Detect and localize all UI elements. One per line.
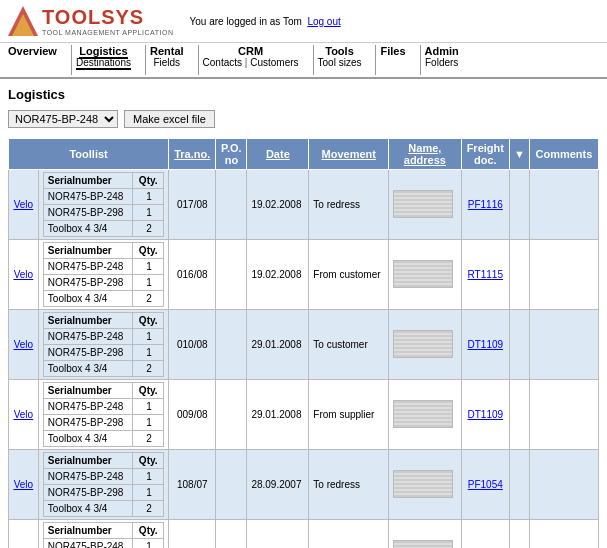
col-po-no: P.O.no xyxy=(216,139,247,170)
date: 28.09.2007 xyxy=(247,450,309,520)
address-blurred xyxy=(393,400,453,428)
velo-link[interactable]: Velo xyxy=(9,450,39,520)
logistics-table: Toollist Tra.no. P.O.no Date Movement Na… xyxy=(8,138,599,548)
table-body: VeloSerialnumberQty.NOR475-BP-2481NOR475… xyxy=(9,170,599,549)
nav-rental[interactable]: Rental Fields xyxy=(150,45,184,68)
freight-doc[interactable]: RT1049 xyxy=(461,520,510,549)
velo-link[interactable]: Velo xyxy=(9,380,39,450)
tra-no: 016/08 xyxy=(169,240,216,310)
address-blurred xyxy=(393,190,453,218)
col-toollist: Toollist xyxy=(9,139,169,170)
excel-button[interactable]: Make excel file xyxy=(124,110,215,128)
user-info: You are logged in as Tom Log out xyxy=(190,16,341,27)
row-indicator xyxy=(510,380,530,450)
nav-separator-6 xyxy=(420,45,421,75)
toollist-cell: SerialnumberQty.NOR475-BP-2481NOR475-BP-… xyxy=(38,310,168,380)
table-row: VeloSerialnumberQty.NOR475-BP-2481NOR475… xyxy=(9,240,599,310)
movement: From customer xyxy=(309,520,389,549)
po-no xyxy=(216,380,247,450)
nav-separator-1 xyxy=(71,45,72,75)
nav-crm[interactable]: CRM Contacts | Customers xyxy=(203,45,299,68)
col-name-address: Name,address xyxy=(389,139,461,170)
table-row: VeloSerialnumberQty.NOR475-BP-2481NOR475… xyxy=(9,450,599,520)
nav-admin-sub: Folders xyxy=(425,57,459,68)
freight-doc[interactable]: DT1109 xyxy=(461,310,510,380)
comments xyxy=(529,170,598,240)
movement: To customer xyxy=(309,310,389,380)
toolbar: NOR475-BP-248 Make excel file xyxy=(8,110,599,128)
header: TOOLSYS TOOL MANAGEMENT APPLICATION You … xyxy=(0,0,607,43)
name-address xyxy=(389,520,461,549)
address-blurred xyxy=(393,330,453,358)
velo-link[interactable]: Velo xyxy=(9,240,39,310)
freight-doc[interactable]: DT1109 xyxy=(461,380,510,450)
name-address xyxy=(389,240,461,310)
po-no xyxy=(216,520,247,549)
toollist-cell: SerialnumberQty.NOR475-BP-2481NOR475-BP-… xyxy=(38,170,168,240)
comments xyxy=(529,240,598,310)
tra-no: 108/07 xyxy=(169,450,216,520)
table-header-row: Toollist Tra.no. P.O.no Date Movement Na… xyxy=(9,139,599,170)
freight-doc[interactable]: PF1054 xyxy=(461,450,510,520)
logo-sub: TOOL MANAGEMENT APPLICATION xyxy=(42,29,174,36)
tra-no: 009/08 xyxy=(169,380,216,450)
freight-doc[interactable]: RT1115 xyxy=(461,240,510,310)
col-comments: ▼ xyxy=(510,139,530,170)
row-indicator xyxy=(510,520,530,549)
table-row: VeloSerialnumberQty.NOR475-BP-2481NOR475… xyxy=(9,380,599,450)
name-address xyxy=(389,170,461,240)
row-indicator xyxy=(510,450,530,520)
logo-area: TOOLSYS TOOL MANAGEMENT APPLICATION xyxy=(8,6,174,36)
nav-overview[interactable]: Overview xyxy=(8,45,57,57)
row-indicator xyxy=(510,170,530,240)
po-no xyxy=(216,450,247,520)
comments xyxy=(529,450,598,520)
velo-link[interactable]: Velo xyxy=(9,170,39,240)
nav-tools-sub: Tool sizes xyxy=(318,57,362,68)
velo-link[interactable]: Velo xyxy=(9,520,39,549)
toollist-dropdown[interactable]: NOR475-BP-248 xyxy=(8,110,118,128)
nav-separator-3 xyxy=(198,45,199,75)
toollist-cell: SerialnumberQty.NOR475-BP-2481NOR475-BP-… xyxy=(38,380,168,450)
toollist-cell: SerialnumberQty.NOR475-BP-2481NOR475-BP-… xyxy=(38,240,168,310)
logo-icon xyxy=(8,6,38,36)
nav-admin[interactable]: Admin Folders xyxy=(425,45,459,68)
page-title: Logistics xyxy=(8,87,599,102)
nav-separator-5 xyxy=(375,45,376,75)
freight-doc[interactable]: PF1116 xyxy=(461,170,510,240)
table-row: VeloSerialnumberQty.NOR475-BP-2481NOR475… xyxy=(9,170,599,240)
po-no xyxy=(216,240,247,310)
content: Logistics NOR475-BP-248 Make excel file … xyxy=(0,79,607,548)
nav-separator-2 xyxy=(145,45,146,75)
row-indicator xyxy=(510,310,530,380)
toollist-cell: SerialnumberQty.NOR475-BP-2481NOR475-BP-… xyxy=(38,520,168,549)
toollist-cell: SerialnumberQty.NOR475-BP-2481NOR475-BP-… xyxy=(38,450,168,520)
address-blurred xyxy=(393,540,453,549)
date: 29.01.2008 xyxy=(247,380,309,450)
table-row: VeloSerialnumberQty.NOR475-BP-2481NOR475… xyxy=(9,310,599,380)
movement: To redress xyxy=(309,170,389,240)
nav-tools[interactable]: Tools Tool sizes xyxy=(318,45,362,68)
name-address xyxy=(389,310,461,380)
nav-files[interactable]: Files xyxy=(380,45,405,57)
nav-crm-sub: Contacts | Customers xyxy=(203,57,299,68)
row-indicator xyxy=(510,240,530,310)
tra-no: 010/08 xyxy=(169,310,216,380)
date: 29.01.2008 xyxy=(247,310,309,380)
movement: From customer xyxy=(309,240,389,310)
comments xyxy=(529,380,598,450)
col-tra-no: Tra.no. xyxy=(169,139,216,170)
nav-logistics[interactable]: Logistics Destinations xyxy=(76,45,131,68)
date: 19.02.2008 xyxy=(247,240,309,310)
logout-link[interactable]: Log out xyxy=(307,16,340,27)
nav: Overview Logistics Destinations Rental F… xyxy=(0,43,607,79)
col-date: Date xyxy=(247,139,309,170)
comments: Grane xyxy=(529,520,598,549)
address-blurred xyxy=(393,260,453,288)
col-comments-text: Comments xyxy=(529,139,598,170)
velo-link[interactable]: Velo xyxy=(9,310,39,380)
col-movement: Movement xyxy=(309,139,389,170)
nav-separator-4 xyxy=(313,45,314,75)
movement: To redress xyxy=(309,450,389,520)
address-blurred xyxy=(393,470,453,498)
